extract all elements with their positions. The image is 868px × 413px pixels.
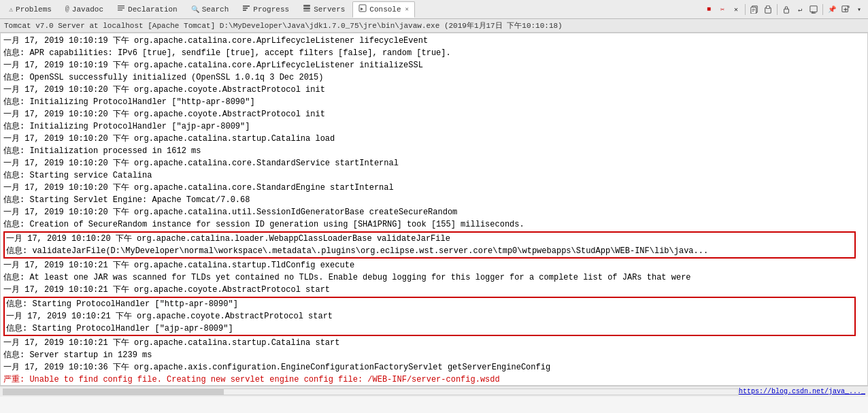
console-output[interactable]: 一月 17, 2019 10:10:19 下午 org.apache.catal… (0, 33, 868, 386)
console-title-bar: Tomcat v7.0 Server at localhost [Apache … (0, 19, 868, 33)
svg-rect-0 (118, 5, 124, 7)
console-line-severe: 严重: Unable to find config file. Creating… (3, 374, 865, 386)
paste-button[interactable] (762, 3, 774, 16)
console-line-highlighted-1: 信息: Starting ProtocolHandler ["http-apr-… (5, 298, 854, 310)
console-line: 信息: Server startup in 1239 ms (3, 349, 865, 361)
console-line: 信息: Initializing ProtocolHandler ["ajp-a… (3, 120, 865, 133)
separator2 (777, 4, 778, 15)
svg-rect-8 (303, 10, 310, 12)
eclipse-window: ⚠ Problems @ Javadoc Declaration 🔍 Searc… (0, 0, 868, 397)
disconnect-button[interactable]: ✂ (716, 3, 729, 16)
open-console-button[interactable] (807, 3, 820, 16)
svg-text:▶: ▶ (361, 6, 364, 12)
console-line: 一月 17, 2019 10:10:19 下午 org.apache.catal… (3, 35, 865, 47)
stop-button[interactable]: ■ (703, 3, 715, 16)
tab-console-label: Console (369, 5, 401, 14)
tab-progress[interactable]: Progress (236, 1, 295, 18)
javadoc-icon: @ (65, 5, 69, 13)
tab-problems[interactable]: ⚠ Problems (3, 1, 58, 18)
separator3 (822, 4, 823, 15)
tab-search-label: Search (202, 5, 229, 14)
csdn-link[interactable]: https://blog.csdn.net/java_..._ (739, 388, 865, 395)
console-line: 信息: Creation of SecureRandom instance fo… (3, 218, 865, 231)
tab-servers-label: Servers (314, 5, 345, 14)
console-line: 信息: Starting Servlet Engine: Apache Tomc… (3, 194, 865, 206)
console-line: 信息: Initialization processed in 1612 ms (3, 145, 865, 157)
tab-progress-label: Progress (253, 5, 289, 14)
svg-rect-7 (303, 7, 310, 10)
new-console-button[interactable] (839, 3, 852, 16)
console-line: 一月 17, 2019 10:10:20 下午 org.apache.catal… (3, 182, 865, 194)
remove-button[interactable]: ✕ (730, 3, 742, 16)
tab-bar: ⚠ Problems @ Javadoc Declaration 🔍 Searc… (0, 0, 868, 19)
console-line-bordered-1: 一月 17, 2019 10:10:20 下午 org.apache.catal… (5, 233, 854, 245)
tab-declaration[interactable]: Declaration (111, 1, 184, 18)
svg-rect-4 (243, 7, 248, 9)
problems-icon: ⚠ (9, 5, 13, 14)
progress-icon (242, 4, 250, 14)
svg-rect-1 (118, 7, 124, 9)
console-line: 一月 17, 2019 10:10:20 下午 org.apache.coyot… (3, 84, 865, 96)
word-wrap-button[interactable]: ↵ (794, 3, 806, 16)
svg-rect-5 (243, 10, 246, 11)
tab-console[interactable]: ▶ Console ✕ (352, 1, 415, 18)
tab-javadoc[interactable]: @ Javadoc (59, 1, 110, 18)
console-line: 一月 17, 2019 10:10:21 下午 org.apache.catal… (3, 337, 865, 349)
console-line: 信息: APR capabilities: IPv6 [true], sendf… (3, 47, 865, 59)
console-line: 一月 17, 2019 10:10:20 下午 org.apache.catal… (3, 157, 865, 169)
tab-problems-label: Problems (16, 5, 52, 14)
svg-rect-17 (766, 5, 769, 7)
view-menu-button[interactable]: ▾ (853, 3, 865, 16)
console-line-highlighted-2: 一月 17, 2019 10:10:21 下午 org.apache.coyot… (5, 310, 854, 323)
copy-console-button[interactable] (748, 3, 761, 16)
svg-rect-18 (784, 9, 789, 13)
tab-servers[interactable]: Servers (297, 1, 351, 18)
svg-rect-6 (303, 5, 310, 7)
tab-javadoc-label: Javadoc (72, 5, 103, 14)
scroll-bar-area[interactable] (3, 389, 739, 395)
search-icon: 🔍 (191, 5, 199, 14)
tab-search[interactable]: 🔍 Search (185, 1, 235, 18)
console-line: 一月 17, 2019 10:10:20 下午 org.apache.coyot… (3, 108, 865, 120)
console-line: 信息: At least one JAR was scanned for TLD… (3, 271, 865, 284)
console-line: 一月 17, 2019 10:10:36 下午 org.apache.axis.… (3, 361, 865, 374)
svg-rect-21 (842, 5, 848, 12)
console-close-icon[interactable]: ✕ (405, 5, 409, 13)
svg-rect-2 (118, 10, 122, 11)
svg-rect-19 (810, 5, 817, 12)
console-line: 一月 17, 2019 10:10:21 下午 org.apache.catal… (3, 259, 865, 271)
console-line: 一月 17, 2019 10:10:19 下午 org.apache.catal… (3, 59, 865, 71)
tab-declaration-label: Declaration (128, 5, 178, 14)
console-line: 一月 17, 2019 10:10:21 下午 org.apache.coyot… (3, 284, 865, 296)
declaration-icon (117, 4, 125, 14)
console-line-highlighted-3: 信息: Starting ProtocolHandler ["ajp-apr-8… (5, 323, 854, 335)
console-line: 信息: OpenSSL successfully initialized (Op… (3, 71, 865, 84)
console-line: 信息: Initializing ProtocolHandler ["http-… (3, 96, 865, 108)
console-title-text: Tomcat v7.0 Server at localhost [Apache … (4, 20, 563, 31)
pin-console-button[interactable]: 📌 (826, 3, 838, 16)
separator1 (745, 4, 746, 15)
svg-rect-3 (243, 5, 250, 7)
scroll-lock-button[interactable] (780, 3, 792, 16)
console-icon: ▶ (358, 4, 367, 14)
console-line-bordered-2: 信息: validateJarFile(D:\MyDeveloper\norma… (5, 245, 854, 257)
servers-icon (303, 4, 311, 14)
console-line: 一月 17, 2019 10:10:20 下午 org.apache.catal… (3, 133, 865, 145)
console-line: 信息: Starting service Catalina (3, 169, 865, 182)
console-line: 一月 17, 2019 10:10:20 下午 org.apache.catal… (3, 206, 865, 218)
bottom-bar: https://blog.csdn.net/java_..._ (0, 386, 868, 397)
